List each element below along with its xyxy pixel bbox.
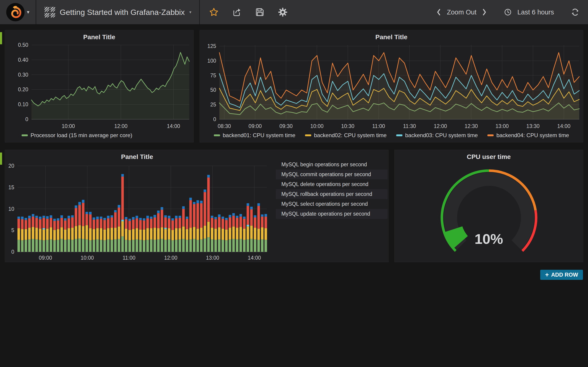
bar-segment xyxy=(35,218,38,228)
bar-segment xyxy=(39,217,42,219)
legend-item[interactable]: backend02: CPU system time xyxy=(305,132,387,139)
bar-segment xyxy=(100,228,103,240)
bar-segment xyxy=(146,240,149,252)
bar-segment xyxy=(21,229,24,240)
time-range-picker[interactable]: Last 6 hours xyxy=(517,8,554,16)
bar-segment xyxy=(247,240,249,252)
legend-item[interactable]: MySQL commit operations per second xyxy=(276,169,388,179)
dashboard-title-button[interactable]: Getting Started with Grafana-Zabbix ▾ xyxy=(36,0,199,24)
bar-segment xyxy=(261,227,263,240)
refresh-icon[interactable] xyxy=(571,8,579,16)
bar-segment xyxy=(179,216,181,218)
bar-segment xyxy=(229,240,231,252)
legend-item[interactable]: MySQL update operations per second xyxy=(276,209,388,219)
bar-segment xyxy=(82,203,85,226)
legend-item[interactable]: MySQL select operations per second xyxy=(276,199,388,209)
bar-segment xyxy=(78,225,81,239)
bar-segment xyxy=(118,205,120,208)
chart-processor-load[interactable]: 10:0012:0014:0000.100.200.300.400.50 xyxy=(5,30,194,143)
legend-item[interactable]: MySQL rollback operations per second xyxy=(276,189,388,199)
y-tick-label: 10 xyxy=(8,206,14,212)
bar-segment xyxy=(68,218,70,228)
y-tick-label: 0.20 xyxy=(18,86,28,92)
star-icon[interactable] xyxy=(209,7,219,17)
bar-segment xyxy=(28,216,31,218)
add-row-button[interactable]: + ADD ROW xyxy=(540,270,583,280)
legend-item[interactable]: backend04: CPU system time xyxy=(487,132,569,139)
x-tick-label: 09:00 xyxy=(249,123,262,129)
bar-segment xyxy=(128,221,131,230)
bar-segment xyxy=(71,215,74,217)
bar-segment xyxy=(136,228,138,240)
dashboard-actions xyxy=(199,0,288,24)
x-tick-label: 12:00 xyxy=(434,123,447,129)
dashboard-title: Getting Started with Grafana-Zabbix xyxy=(60,8,185,17)
bar-segment xyxy=(75,206,77,208)
bar-segment xyxy=(57,229,59,240)
bar-segment xyxy=(114,212,117,228)
bar-segment xyxy=(121,174,124,177)
bar-segment xyxy=(53,240,56,252)
bar-segment xyxy=(222,219,224,229)
bar-segment xyxy=(258,206,260,228)
row-handle-top[interactable] xyxy=(0,32,2,44)
bar-segment xyxy=(96,219,99,228)
chevron-left-icon[interactable] xyxy=(436,8,441,16)
legend-item[interactable]: MySQL delete operations per second xyxy=(276,179,388,189)
bar-segment xyxy=(211,228,213,240)
legend-item[interactable]: backend01: CPU system time xyxy=(214,132,295,139)
grafana-menu-button[interactable]: ▾ xyxy=(0,0,36,24)
chart-cpu-system-time[interactable]: 08:3009:0009:3010:0010:3011:0011:3012:00… xyxy=(200,30,583,143)
bar-segment xyxy=(17,217,20,219)
bar-segment xyxy=(89,228,92,240)
chevron-right-icon[interactable] xyxy=(482,8,487,16)
bar-segment xyxy=(175,218,178,228)
bar-segment xyxy=(250,239,253,252)
bar-segment xyxy=(111,228,113,240)
bar-segment xyxy=(121,236,124,252)
bar-segment xyxy=(247,203,249,206)
bar-segment xyxy=(128,240,131,252)
bar-segment xyxy=(96,240,99,252)
bar-segment xyxy=(111,240,113,252)
gear-icon[interactable] xyxy=(278,7,288,17)
bar-segment xyxy=(207,237,210,252)
y-tick-label: 50 xyxy=(210,87,216,93)
bar-segment xyxy=(265,217,267,228)
bar-segment xyxy=(64,220,67,229)
legend-color-dash xyxy=(305,134,311,136)
bar-segment xyxy=(53,221,56,230)
bar-segment xyxy=(193,227,195,239)
row-handle-bottom[interactable] xyxy=(0,152,2,165)
bar-segment xyxy=(265,214,267,217)
bar-segment xyxy=(35,216,38,218)
legend-item[interactable]: Processor load (15 min average per core) xyxy=(22,132,132,139)
bar-segment xyxy=(121,177,124,220)
bar-segment xyxy=(100,217,103,219)
x-tick-label: 10:00 xyxy=(62,123,75,129)
legend-item[interactable]: backend03: CPU system time xyxy=(396,132,478,139)
bar-segment xyxy=(89,240,92,252)
bar-segment xyxy=(143,230,145,240)
legend-item[interactable]: MySQL begin operations per second xyxy=(276,160,388,169)
bar-segment xyxy=(46,240,49,252)
legend-label: backend01: CPU system time xyxy=(223,132,295,139)
share-icon[interactable] xyxy=(232,7,242,17)
bar-segment xyxy=(186,217,188,219)
bar-segment xyxy=(182,226,185,239)
bar-segment xyxy=(50,218,52,227)
bar-segment xyxy=(125,217,128,219)
bar-segment xyxy=(189,198,192,200)
x-tick-label: 13:00 xyxy=(206,255,219,261)
bar-segment xyxy=(96,228,99,240)
legend-color-dash xyxy=(214,134,220,136)
zoom-out-button[interactable]: Zoom Out xyxy=(447,8,476,16)
bar-segment xyxy=(225,218,228,220)
dashboard-grid-icon xyxy=(44,7,55,17)
bar-segment xyxy=(46,229,49,240)
bar-segment xyxy=(254,215,256,217)
save-icon[interactable] xyxy=(255,7,265,17)
x-tick-label: 09:30 xyxy=(279,123,293,129)
x-tick-label: 10:00 xyxy=(310,123,324,129)
panel-processor-load: Panel Title 10:0012:0014:0000.100.200.30… xyxy=(5,30,194,142)
